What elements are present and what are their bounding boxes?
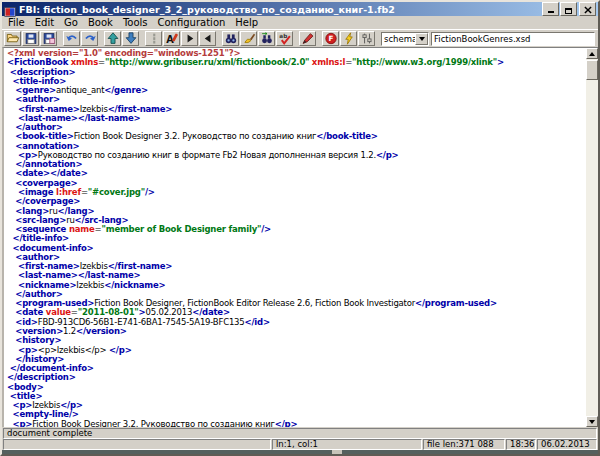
script-button[interactable] bbox=[340, 31, 357, 46]
menu-bar: FileEditGoBookToolsConfigurationHelp bbox=[2, 16, 598, 29]
code-line: <genre>antique_ant</genre> bbox=[7, 86, 586, 95]
chevron-down-icon bbox=[419, 37, 425, 41]
clock-time: 18:36 bbox=[506, 439, 536, 450]
editor-code[interactable]: <?xml version="1.0" encoding="windows-12… bbox=[4, 48, 586, 427]
find-replace-button[interactable] bbox=[258, 31, 275, 46]
undo-button[interactable] bbox=[63, 31, 80, 46]
code-line: <p>Fiction Book Designer 3.2. Руководств… bbox=[7, 420, 586, 427]
code-line: <nickname>Izekbis</nickname> bbox=[7, 281, 586, 290]
menu-item-configuration[interactable]: Configuration bbox=[153, 16, 231, 29]
scroll-up-button[interactable] bbox=[586, 48, 598, 59]
code-line: <sequence name="member of Book Designer … bbox=[7, 225, 586, 234]
menu-item-tools[interactable]: Tools bbox=[118, 16, 153, 29]
menu-item-edit[interactable]: Edit bbox=[30, 16, 59, 29]
play-right-icon bbox=[183, 32, 197, 45]
columns-icon bbox=[147, 32, 161, 45]
close-button[interactable] bbox=[579, 2, 596, 16]
title-bar[interactable]: FBI: fiction_book_designer_3_2_руководст… bbox=[2, 2, 598, 16]
combo-dropdown-button[interactable] bbox=[415, 33, 428, 45]
spellcheck-button[interactable]: ab bbox=[276, 31, 293, 46]
svg-text:F: F bbox=[328, 34, 333, 43]
code-line: <version>1.2</version> bbox=[7, 327, 586, 336]
validate-pen-button[interactable] bbox=[299, 31, 316, 46]
code-line: </description> bbox=[7, 373, 586, 382]
toolbar: AabF schema bbox=[2, 29, 598, 47]
save-as-icon bbox=[42, 32, 56, 45]
window-controls bbox=[541, 2, 596, 16]
app-icon bbox=[4, 3, 16, 15]
pen-icon bbox=[301, 32, 315, 45]
file-length: file len:371 088 bbox=[423, 439, 505, 450]
save-icon bbox=[24, 32, 38, 45]
code-line: <p>Руководство по созданию книг в формат… bbox=[7, 151, 586, 160]
code-line: <title> bbox=[7, 392, 586, 401]
prev-button[interactable] bbox=[199, 31, 216, 46]
play-left-icon bbox=[201, 32, 215, 45]
brush-icon bbox=[242, 32, 256, 45]
find-button[interactable] bbox=[222, 31, 239, 46]
fb-badge-icon: F bbox=[324, 32, 338, 45]
code-line: <image l:href="#cover.jpg"/> bbox=[7, 188, 586, 197]
scroll-thumb[interactable] bbox=[586, 60, 598, 80]
svg-text:ab: ab bbox=[279, 33, 287, 39]
code-line: </annotation> bbox=[7, 160, 586, 169]
code-line: <FictionBook xmlns="http://www.gribuser.… bbox=[7, 58, 586, 67]
code-line: <book-title>Fiction Book Designer 3.2. Р… bbox=[7, 132, 586, 141]
code-line: <p>Izekbis</p> bbox=[7, 401, 586, 410]
app-window: FBI: fiction_book_designer_3_2_руководст… bbox=[0, 0, 600, 456]
spellcheck-icon: ab bbox=[278, 32, 292, 45]
redo-button[interactable] bbox=[81, 31, 98, 46]
lightning-icon bbox=[342, 32, 356, 45]
cursor-position: ln:1, col:1 bbox=[272, 439, 422, 450]
settings-button[interactable] bbox=[358, 31, 375, 46]
desktop-edge bbox=[2, 450, 598, 454]
highlight-button[interactable] bbox=[240, 31, 257, 46]
message-bar: document complete bbox=[2, 427, 598, 439]
code-line: <last-name></last-name> bbox=[7, 114, 586, 123]
vertical-scrollbar[interactable] bbox=[586, 48, 598, 427]
code-line: <date></date> bbox=[7, 169, 586, 178]
status-empty-cell bbox=[3, 439, 271, 450]
minimize-icon bbox=[548, 11, 554, 13]
nav-up-icon bbox=[106, 32, 120, 45]
menu-item-file[interactable]: File bbox=[3, 16, 30, 29]
next-button[interactable] bbox=[181, 31, 198, 46]
sliders-icon bbox=[360, 32, 374, 45]
taskbar-notch bbox=[332, 450, 342, 454]
source-editor[interactable]: <?xml version="1.0" encoding="windows-12… bbox=[2, 47, 598, 427]
menu-item-book[interactable]: Book bbox=[83, 16, 118, 29]
minimize-button[interactable] bbox=[542, 2, 559, 16]
open-button[interactable] bbox=[4, 31, 21, 46]
menu-item-help[interactable]: Help bbox=[230, 16, 263, 29]
nav-down-button[interactable] bbox=[122, 31, 139, 46]
arrow-up-icon bbox=[589, 52, 595, 56]
status-bar: ln:1, col:1 file len:371 088 18:36 06.02… bbox=[2, 439, 598, 450]
menu-item-go[interactable]: Go bbox=[59, 16, 83, 29]
maximize-icon bbox=[565, 8, 572, 14]
toolbar-buttons: AabF bbox=[4, 31, 376, 46]
schema-file-input[interactable] bbox=[431, 32, 595, 46]
find-replace-icon bbox=[260, 32, 274, 45]
arrow-down-icon bbox=[589, 420, 595, 424]
window-title: FBI: fiction_book_designer_3_2_руководст… bbox=[19, 4, 541, 15]
open-icon bbox=[6, 32, 20, 45]
schema-combo[interactable]: schema bbox=[381, 32, 429, 46]
clock-date: 06.02.2013 bbox=[537, 439, 597, 450]
save-as-button[interactable] bbox=[40, 31, 57, 46]
format-brush-icon: A bbox=[165, 32, 179, 45]
save-button[interactable] bbox=[22, 31, 39, 46]
code-line: <p><p>Izekbis</p> </p> bbox=[7, 346, 586, 355]
redo-icon bbox=[83, 32, 97, 45]
code-line: </document-info> bbox=[7, 364, 586, 373]
code-line: <description> bbox=[7, 68, 586, 77]
columns-button[interactable] bbox=[145, 31, 162, 46]
fb-check-button[interactable]: F bbox=[322, 31, 339, 46]
binoculars-icon bbox=[224, 32, 238, 45]
status-message: document complete bbox=[3, 428, 597, 439]
close-icon bbox=[584, 6, 592, 14]
format-brush-button[interactable]: A bbox=[163, 31, 180, 46]
scroll-down-button[interactable] bbox=[586, 416, 598, 427]
nav-up-button[interactable] bbox=[104, 31, 121, 46]
undo-icon bbox=[65, 32, 79, 45]
maximize-button[interactable] bbox=[560, 2, 577, 16]
